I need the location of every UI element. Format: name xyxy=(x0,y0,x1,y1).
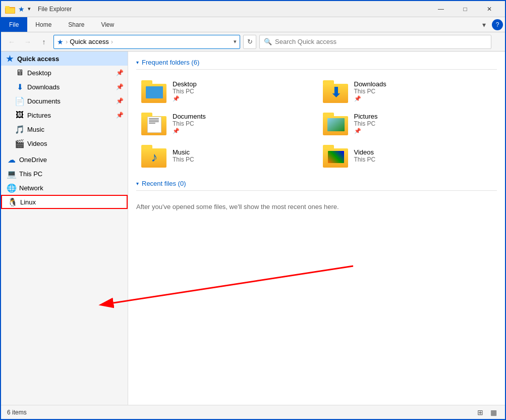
sidebar-item-documents[interactable]: 📄 Documents 📌 xyxy=(1,94,128,108)
network-icon: 🌐 xyxy=(7,183,16,192)
sidebar-item-label: Documents xyxy=(27,97,61,105)
sidebar-item-this-pc[interactable]: 💻 This PC xyxy=(1,167,128,181)
search-box[interactable]: 🔍 xyxy=(259,35,491,49)
sidebar-item-label: Music xyxy=(27,126,44,133)
minimize-button[interactable]: — xyxy=(429,1,453,17)
folder-sub: This PC xyxy=(354,120,378,127)
this-pc-icon: 💻 xyxy=(7,169,16,178)
folder-name: Desktop xyxy=(173,80,197,88)
sidebar-item-linux[interactable]: 🐧 Linux xyxy=(1,195,128,209)
sidebar-item-onedrive[interactable]: ☁ OneDrive xyxy=(1,152,128,167)
quick-access-icon: ★ xyxy=(5,54,14,63)
search-icon: 🔍 xyxy=(264,38,272,45)
pin-icon: 📌 xyxy=(354,128,378,134)
svg-rect-2 xyxy=(6,8,15,13)
back-button[interactable]: ← xyxy=(5,35,18,48)
linux-icon: 🐧 xyxy=(8,197,17,206)
folder-item-music[interactable]: ♪ Music This PC xyxy=(136,140,316,171)
folder-thumb-documents xyxy=(141,111,167,135)
sidebar-item-label: Downloads xyxy=(27,83,60,91)
pin-icon: 📌 xyxy=(116,112,124,119)
folder-grid: Desktop This PC 📌 ⬇ xyxy=(128,74,505,177)
folder-name: Videos xyxy=(354,148,376,156)
folder-sub: This PC xyxy=(173,88,197,95)
window-controls: — □ ✕ xyxy=(429,1,501,17)
tab-file[interactable]: File xyxy=(1,17,27,32)
documents-icon: 📄 xyxy=(15,96,24,106)
folder-sub: This PC xyxy=(354,156,376,163)
downloads-icon: ⬇ xyxy=(15,82,24,91)
folder-item-desktop[interactable]: Desktop This PC 📌 xyxy=(136,76,316,106)
address-dropdown-button[interactable]: ▾ xyxy=(234,38,237,45)
chevron-down-icon: ▾ xyxy=(136,181,139,186)
chevron-down-icon: ▾ xyxy=(136,60,139,65)
sidebar-item-network[interactable]: 🌐 Network xyxy=(1,181,128,195)
folder-thumb-downloads: ⬇ xyxy=(323,79,349,103)
forward-button[interactable]: → xyxy=(21,35,34,48)
sidebar-item-desktop[interactable]: 🖥 Desktop 📌 xyxy=(1,66,128,80)
up-button[interactable]: ↑ xyxy=(37,35,50,48)
sidebar-item-videos[interactable]: 🎬 Videos xyxy=(1,136,128,150)
pictures-icon: 🖼 xyxy=(15,111,24,120)
file-area: ▾ Frequent folders (6) xyxy=(128,51,505,405)
tab-share[interactable]: Share xyxy=(60,17,93,32)
address-star-icon: ★ xyxy=(57,38,64,46)
ribbon: File Home Share View ▾ ? xyxy=(1,17,505,32)
address-bar: ← → ↑ ★ › Quick access › ▾ ↻ 🔍 xyxy=(1,32,505,51)
sidebar-item-label: Linux xyxy=(20,198,36,206)
sidebar: ★ Quick access 🖥 Desktop 📌 ⬇ Downloads 📌… xyxy=(1,51,128,405)
recent-files-title: Recent files (0) xyxy=(142,180,186,187)
folder-item-documents[interactable]: Documents This PC 📌 xyxy=(136,108,316,138)
address-separator: › xyxy=(66,38,68,45)
recent-files-header[interactable]: ▾ Recent files (0) xyxy=(128,177,505,190)
pin-icon: 📌 xyxy=(116,83,124,90)
frequent-folders-header[interactable]: ▾ Frequent folders (6) xyxy=(128,56,505,69)
tab-view[interactable]: View xyxy=(93,17,123,32)
details-view-button[interactable]: ⊞ xyxy=(475,407,486,418)
folder-item-downloads[interactable]: ⬇ Downloads This PC 📌 xyxy=(318,76,497,106)
sidebar-item-downloads[interactable]: ⬇ Downloads 📌 xyxy=(1,80,128,94)
folder-item-pictures[interactable]: Pictures This PC 📌 xyxy=(318,108,497,138)
recent-files-empty-message: After you've opened some files, we'll sh… xyxy=(128,195,505,219)
folder-sub: This PC xyxy=(173,156,194,163)
folder-name: Music xyxy=(173,148,194,156)
section-divider xyxy=(136,69,497,70)
folder-name: Downloads xyxy=(354,80,386,88)
section-divider-recent xyxy=(136,190,497,191)
sidebar-item-label: Pictures xyxy=(27,112,51,119)
sidebar-item-label: This PC xyxy=(19,170,42,178)
close-button[interactable]: ✕ xyxy=(478,1,501,17)
pin-icon: 📌 xyxy=(354,95,386,102)
sidebar-item-quick-access[interactable]: ★ Quick access xyxy=(1,51,128,66)
folder-thumb-desktop xyxy=(141,79,167,103)
sidebar-item-label: Network xyxy=(19,184,43,192)
folder-sub: This PC xyxy=(354,88,386,95)
address-path: Quick access xyxy=(70,38,108,45)
pin-icon: 📌 xyxy=(173,95,197,102)
folder-sub: This PC xyxy=(173,120,206,127)
music-icon: 🎵 xyxy=(15,125,24,134)
sidebar-item-label: OneDrive xyxy=(19,156,47,164)
folder-thumb-videos xyxy=(323,143,349,168)
folder-name: Pictures xyxy=(354,113,378,120)
sidebar-item-pictures[interactable]: 🖼 Pictures 📌 xyxy=(1,108,128,122)
sidebar-item-label: Quick access xyxy=(17,55,59,63)
search-input[interactable] xyxy=(275,38,487,45)
address-path-separator: › xyxy=(111,38,113,45)
sidebar-item-music[interactable]: 🎵 Music xyxy=(1,122,128,136)
desktop-icon: 🖥 xyxy=(15,68,24,77)
svg-rect-1 xyxy=(5,6,10,8)
sidebar-item-label: Videos xyxy=(27,140,47,147)
ribbon-collapse-button[interactable]: ▾ xyxy=(478,19,490,31)
folder-thumb-pictures xyxy=(323,111,349,135)
address-box[interactable]: ★ › Quick access › ▾ xyxy=(53,35,240,49)
refresh-button[interactable]: ↻ xyxy=(243,35,256,49)
folder-item-videos[interactable]: Videos This PC xyxy=(318,140,497,171)
status-item-count: 6 items xyxy=(7,409,27,416)
pin-icon: 📌 xyxy=(116,97,124,104)
folder-name: Documents xyxy=(173,113,206,120)
maximize-button[interactable]: □ xyxy=(454,1,477,17)
help-icon[interactable]: ? xyxy=(492,19,503,30)
tiles-view-button[interactable]: ▦ xyxy=(488,407,499,418)
tab-home[interactable]: Home xyxy=(27,17,60,32)
